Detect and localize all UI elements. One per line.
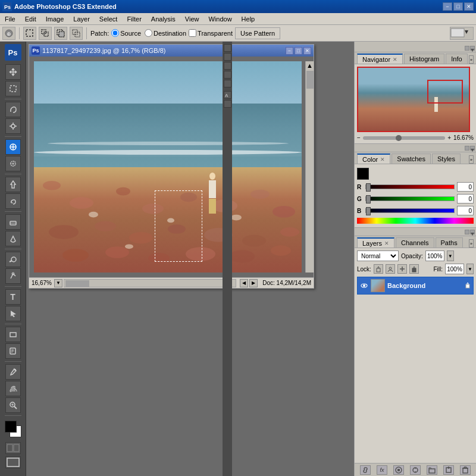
pattern-picker[interactable]	[450, 27, 474, 40]
r-slider-thumb[interactable]	[366, 183, 371, 192]
paint-bucket-tool[interactable]	[5, 231, 21, 246]
tab-histogram[interactable]: Histogram	[404, 54, 444, 64]
layer-row-background[interactable]: Background	[357, 277, 474, 295]
document-canvas[interactable]	[34, 61, 302, 273]
tool-preset-picker[interactable]: ⊕	[2, 27, 15, 40]
color-spectrum[interactable]	[357, 218, 474, 224]
doc-minimize-btn[interactable]: −	[286, 47, 293, 55]
navigator-tab-close[interactable]: ✕	[393, 57, 397, 62]
b-slider-thumb[interactable]	[366, 207, 371, 215]
layer-link-btn[interactable]	[360, 465, 371, 475]
layers-panel-menu[interactable]	[470, 230, 475, 234]
layer-group-btn[interactable]	[427, 465, 437, 475]
fill-input[interactable]	[445, 264, 464, 274]
tab-navigator[interactable]: Navigator ✕	[357, 54, 403, 64]
type-tool[interactable]: T	[5, 289, 21, 305]
lock-all-btn[interactable]	[409, 264, 419, 274]
transparent-checkbox[interactable]	[189, 29, 196, 37]
edge-tool-1[interactable]	[224, 44, 231, 52]
zoom-out-icon[interactable]: −	[357, 134, 361, 141]
quick-mask-mode[interactable]	[5, 442, 21, 454]
lock-position-btn[interactable]	[397, 264, 407, 274]
menu-view[interactable]: View	[180, 14, 204, 24]
tab-layers[interactable]: Layers ✕	[357, 237, 394, 248]
screen-mode[interactable]	[5, 456, 21, 468]
opacity-arrow[interactable]: ▼	[447, 250, 454, 261]
history-brush-tool[interactable]	[5, 193, 21, 209]
r-slider-track[interactable]	[365, 184, 455, 189]
patch-mode-intersect[interactable]	[70, 27, 83, 40]
navigator-preview[interactable]	[357, 67, 470, 132]
vscroll-thumb[interactable]	[306, 71, 314, 89]
doc-close-btn[interactable]: ✕	[303, 47, 311, 55]
menu-image[interactable]: Image	[41, 14, 69, 24]
zoom-thumb[interactable]	[396, 135, 402, 141]
color-panel-collapse[interactable]	[465, 146, 469, 151]
layer-new-btn[interactable]	[443, 465, 454, 475]
edge-tool-6[interactable]: A	[224, 91, 231, 99]
close-btn[interactable]: ✕	[464, 2, 474, 11]
maximize-btn[interactable]: □	[453, 2, 463, 11]
use-pattern-btn[interactable]: Use Pattern	[235, 27, 280, 39]
edge-tool-7[interactable]	[224, 100, 231, 108]
patch-mode-new[interactable]	[23, 27, 36, 40]
edge-tool-5[interactable]	[224, 80, 231, 87]
color-picker[interactable]	[5, 421, 21, 437]
color-panel-expand[interactable]: »	[469, 155, 474, 164]
foreground-color-swatch[interactable]	[357, 168, 369, 180]
path-selection-tool[interactable]	[5, 306, 21, 321]
menu-select[interactable]: Select	[95, 14, 123, 24]
layer-mask-btn[interactable]	[393, 465, 404, 475]
magic-wand-tool[interactable]	[5, 118, 21, 134]
shape-tool[interactable]	[5, 327, 21, 342]
layer-adjustment-btn[interactable]	[410, 465, 421, 475]
tab-channels[interactable]: Channels	[396, 237, 434, 248]
pen-tool[interactable]	[5, 268, 21, 284]
color-panel-menu[interactable]	[470, 146, 475, 151]
fill-arrow[interactable]: ▼	[466, 264, 474, 274]
layer-visibility-eye[interactable]	[360, 281, 368, 290]
tab-swatches[interactable]: Swatches	[392, 154, 431, 164]
menu-help[interactable]: Help	[237, 14, 260, 24]
marquee-tool[interactable]	[5, 81, 21, 96]
zoom-tool[interactable]	[5, 397, 21, 413]
blend-mode-select[interactable]: Normal Multiply Screen	[357, 250, 399, 261]
document-vscrollbar[interactable]: ▲	[305, 61, 314, 273]
vscroll-up-btn[interactable]: ▲	[306, 62, 314, 70]
eraser-tool[interactable]	[5, 214, 21, 230]
b-value-input[interactable]	[457, 206, 474, 215]
hscroll-thumb[interactable]	[65, 280, 89, 287]
opacity-input[interactable]	[425, 250, 444, 261]
destination-radio[interactable]	[145, 29, 152, 37]
lock-transparent-btn[interactable]	[374, 264, 383, 274]
layers-tab-close[interactable]: ✕	[384, 240, 389, 246]
menu-analysis[interactable]: Analysis	[146, 14, 180, 24]
g-slider-thumb[interactable]	[366, 195, 371, 203]
notes-tool[interactable]	[5, 343, 21, 359]
menu-window[interactable]: Window	[203, 14, 236, 24]
g-slider-track[interactable]	[365, 196, 455, 201]
g-value-input[interactable]	[457, 194, 474, 203]
tab-paths[interactable]: Paths	[436, 237, 463, 248]
zoom-in-icon[interactable]: +	[447, 134, 451, 141]
eyedropper-tool[interactable]	[5, 364, 21, 380]
panel-collapse-btn[interactable]	[465, 46, 469, 51]
panel-expand-btn[interactable]: »	[469, 55, 474, 64]
patch-mode-add[interactable]	[39, 27, 52, 40]
layers-expand-btn[interactable]: »	[469, 239, 474, 248]
scroll-right-btn[interactable]: ▶	[249, 279, 258, 287]
move-tool[interactable]	[5, 64, 21, 80]
menu-filter[interactable]: Filter	[122, 14, 146, 24]
minimize-btn[interactable]: −	[443, 2, 452, 11]
hand-tool[interactable]	[5, 381, 21, 396]
r-value-input[interactable]	[457, 182, 474, 192]
dodge-tool[interactable]	[5, 252, 21, 267]
lock-image-btn[interactable]	[386, 264, 395, 274]
layer-delete-btn[interactable]	[460, 465, 471, 475]
menu-file[interactable]: File	[0, 14, 20, 24]
edge-tool-4[interactable]	[224, 71, 231, 79]
document-hscrollbar[interactable]	[64, 279, 236, 287]
source-radio[interactable]	[111, 29, 119, 37]
menu-edit[interactable]: Edit	[20, 14, 41, 24]
edge-tool-3[interactable]	[224, 62, 231, 70]
